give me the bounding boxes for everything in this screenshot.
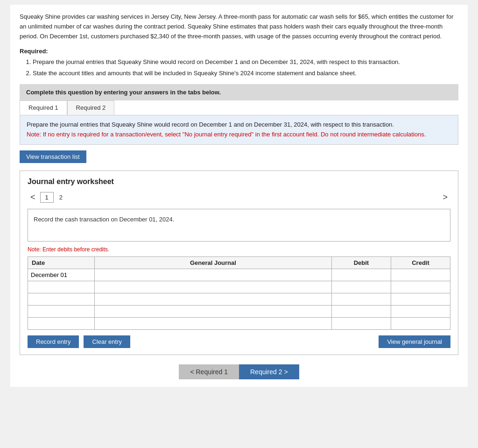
required-list: Prepare the journal entries that Squeaky… — [33, 57, 458, 78]
action-buttons: Record entry Clear entry View general jo… — [28, 335, 450, 348]
cell-credit-4[interactable] — [391, 317, 450, 329]
col-header-debit: Debit — [331, 256, 391, 269]
tab-required-2[interactable]: Required 2 — [67, 100, 115, 115]
cell-journal-2[interactable] — [94, 293, 331, 305]
table-row — [28, 317, 450, 329]
journal-table: Date General Journal Debit Credit — [28, 256, 450, 330]
prev-page-arrow[interactable]: < — [28, 192, 38, 203]
required-item-1: Prepare the journal entries that Squeaky… — [33, 57, 458, 67]
cell-credit-2[interactable] — [391, 293, 450, 305]
journal-worksheet: Journal entry worksheet < 1 2 > Record t… — [20, 171, 458, 355]
clear-entry-button[interactable]: Clear entry — [84, 335, 130, 348]
next-page-arrow[interactable]: > — [440, 192, 450, 203]
cell-journal-0[interactable] — [94, 269, 331, 281]
cell-credit-3[interactable] — [391, 305, 450, 317]
col-header-journal: General Journal — [94, 256, 331, 269]
bottom-nav: < Required 1 Required 2 > — [20, 364, 458, 379]
tab-required-1[interactable]: Required 1 — [20, 100, 67, 115]
record-entry-button[interactable]: Record entry — [28, 335, 79, 348]
table-row — [28, 293, 450, 305]
transaction-description: Record the cash transaction on December … — [28, 209, 450, 242]
view-general-journal-button[interactable]: View general journal — [379, 335, 450, 348]
cell-debit-4[interactable] — [331, 317, 391, 329]
current-page-box[interactable]: 1 — [40, 192, 54, 203]
cell-date-2[interactable] — [28, 293, 95, 305]
tab-content: Prepare the journal entries that Squeaky… — [20, 115, 458, 145]
cell-debit-3[interactable] — [331, 305, 391, 317]
cell-debit-0[interactable] — [331, 269, 391, 281]
required-item-2: State the account titles and amounts tha… — [33, 69, 458, 78]
tabs-row: Required 1 Required 2 — [20, 100, 458, 115]
tab-note-text: Note: If no entry is required for a tran… — [27, 131, 426, 138]
cell-journal-4[interactable] — [94, 317, 331, 329]
page-2-label[interactable]: 2 — [56, 192, 66, 202]
instruction-bar: Complete this question by entering your … — [20, 84, 458, 100]
view-transaction-button[interactable]: View transaction list — [20, 150, 86, 163]
bottom-next-button[interactable]: Required 2 > — [239, 364, 299, 379]
tab-description-text: Prepare the journal entries that Squeaky… — [27, 121, 394, 128]
cell-debit-1[interactable] — [331, 281, 391, 293]
cell-date-0[interactable] — [28, 269, 95, 281]
table-row — [28, 305, 450, 317]
col-header-credit: Credit — [391, 256, 450, 269]
cell-journal-3[interactable] — [94, 305, 331, 317]
col-header-date: Date — [28, 256, 95, 269]
cell-date-1[interactable] — [28, 281, 95, 293]
table-row — [28, 269, 450, 281]
cell-date-3[interactable] — [28, 305, 95, 317]
note-debits: Note: Enter debits before credits. — [28, 246, 450, 253]
required-heading: Required: — [20, 48, 458, 55]
cell-credit-1[interactable] — [391, 281, 450, 293]
cell-journal-1[interactable] — [94, 281, 331, 293]
cell-debit-2[interactable] — [331, 293, 391, 305]
worksheet-title: Journal entry worksheet — [28, 178, 450, 186]
cell-credit-0[interactable] — [391, 269, 450, 281]
worksheet-nav: < 1 2 > — [28, 192, 450, 203]
bottom-prev-button[interactable]: < Required 1 — [179, 364, 239, 379]
cell-date-4[interactable] — [28, 317, 95, 329]
intro-text: Squeaky Shine provides car washing servi… — [20, 12, 458, 41]
table-row — [28, 281, 450, 293]
